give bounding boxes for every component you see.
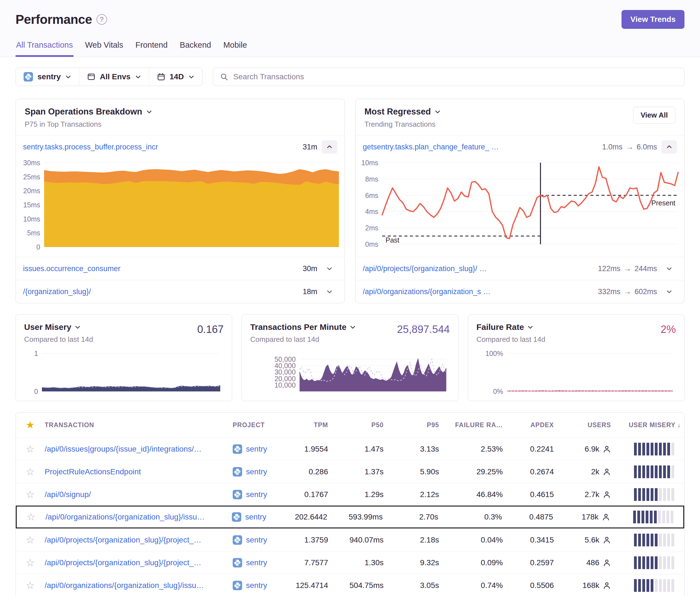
column-p95[interactable]: P95 (387, 421, 442, 429)
project-filter-button[interactable]: sentry (16, 68, 79, 86)
star-icon[interactable]: ☆ (26, 534, 35, 546)
failure-rate-value: 0.74% (442, 581, 506, 590)
search-input[interactable] (233, 72, 678, 81)
transaction-link[interactable]: ProjectRuleActionsEndpoint (45, 467, 141, 476)
table-row[interactable]: ☆ /api/0/organizations/{organization_slu… (16, 574, 684, 596)
users-count: 6.9k (584, 445, 599, 454)
column-transaction[interactable]: TRANSACTION (45, 421, 233, 429)
python-project-icon (233, 535, 242, 545)
span-op-item: /{organization_slug}/ 18m (16, 280, 345, 303)
chevron-up-icon (666, 144, 672, 150)
table-row[interactable]: ☆ ProjectRuleActionsEndpoint sentry 0.28… (16, 460, 684, 483)
span-op-link[interactable]: sentry.tasks.process_buffer.process_incr (23, 143, 298, 151)
expand-button[interactable] (661, 285, 677, 298)
project-link[interactable]: sentry (246, 490, 267, 499)
view-all-button[interactable]: View All (633, 107, 675, 124)
collapse-button[interactable] (322, 140, 337, 154)
svg-text:100%: 100% (485, 349, 503, 357)
tab-backend[interactable]: Backend (179, 41, 211, 57)
transaction-link[interactable]: /api/0/issues|groups/{issue_id}/integrat… (45, 445, 202, 454)
date-range-filter-button[interactable]: 14D (149, 68, 202, 86)
view-trends-button[interactable]: View Trends (622, 10, 684, 29)
failure-rate-value: 29.25% (442, 467, 506, 476)
column-failure-rate[interactable]: FAILURE RA… (442, 421, 506, 429)
column-tpm[interactable]: TPM (287, 421, 331, 429)
key-transactions-star-icon[interactable]: ★ (26, 419, 35, 431)
page-header: Performance ? View Trends All Transactio… (0, 0, 700, 57)
span-op-link[interactable]: /{organization_slug}/ (23, 287, 298, 296)
sort-desc-icon: ↓ (678, 421, 681, 429)
python-project-icon (233, 581, 242, 590)
svg-text:10ms: 10ms (23, 215, 40, 223)
table-row[interactable]: ☆ /api/0/issues|groups/{issue_id}/integr… (16, 437, 684, 460)
help-icon[interactable]: ? (97, 14, 107, 25)
project-link[interactable]: sentry (246, 467, 267, 476)
chevron-down-icon (666, 265, 672, 272)
python-project-icon (233, 558, 242, 567)
user-icon (603, 490, 611, 499)
expand-button[interactable] (322, 262, 337, 275)
project-link[interactable]: sentry (246, 558, 267, 567)
project-link[interactable]: sentry (246, 536, 267, 544)
column-user-misery[interactable]: USER MISERY ↓ (614, 421, 684, 429)
collapse-button[interactable] (661, 140, 677, 154)
tpm-value: 202.6442 (286, 513, 331, 521)
regressed-transaction-link[interactable]: /api/0/organizations/{organization_s … (363, 287, 594, 296)
chevron-down-icon (527, 324, 533, 330)
star-icon[interactable]: ☆ (26, 557, 35, 569)
tpm-value: 25,897.544 (397, 323, 450, 335)
column-apdex[interactable]: APDEX (506, 421, 557, 429)
expand-button[interactable] (661, 262, 677, 275)
user-misery-score-bars (634, 556, 674, 569)
transaction-link[interactable]: /api/0/organizations/{organization_slug}… (46, 513, 205, 521)
span-op-value: 18m (303, 287, 317, 296)
project-link[interactable]: sentry (246, 445, 267, 454)
star-icon[interactable]: ☆ (26, 443, 35, 455)
apdex-value: 0.2241 (506, 445, 557, 454)
project-link[interactable]: sentry (246, 581, 267, 590)
tab-all-transactions[interactable]: All Transactions (16, 41, 74, 57)
star-icon[interactable]: ☆ (26, 489, 35, 500)
project-link[interactable]: sentry (245, 513, 266, 521)
column-project[interactable]: PROJECT (233, 421, 287, 429)
table-row[interactable]: ☆ /api/0/signup/ sentry 0.1767 1.29s 2.1… (16, 483, 684, 506)
user-misery-score-bars (634, 488, 674, 501)
star-icon[interactable]: ☆ (27, 511, 35, 523)
span-op-link[interactable]: issues.occurrence_consumer (23, 264, 298, 273)
tpm-chart: 10,00020,00030,00040,00050,000 (250, 347, 450, 395)
tpm-title-dropdown[interactable]: Transactions Per Minute (250, 322, 397, 332)
failure-rate-title-dropdown[interactable]: Failure Rate (476, 322, 660, 332)
table-row[interactable]: ☆ /api/0/projects/{organization_slug}/{p… (16, 551, 684, 574)
failure-rate-value: 0.04% (442, 536, 506, 544)
user-misery-title-dropdown[interactable]: User Misery (24, 322, 197, 332)
transaction-link[interactable]: /api/0/projects/{organization_slug}/{pro… (45, 558, 201, 567)
python-project-icon (233, 467, 242, 476)
most-regressed-title-dropdown[interactable]: Most Regressed (365, 107, 633, 117)
python-project-icon (24, 72, 33, 81)
table-row[interactable]: ☆ /api/0/projects/{organization_slug}/{p… (16, 528, 684, 551)
regressed-transaction-link[interactable]: /api/0/projects/{organization_slug}/ … (363, 264, 594, 273)
star-icon[interactable]: ☆ (26, 466, 35, 477)
user-misery-score-bars (633, 511, 673, 523)
regressed-transaction-link[interactable]: getsentry.tasks.plan_change_feature_ … (363, 143, 598, 151)
transaction-link[interactable]: /api/0/organizations/{organization_slug}… (45, 581, 204, 590)
p50-value: 1.30s (331, 558, 387, 567)
search-icon (220, 73, 228, 81)
p50-value: 1.29s (331, 490, 387, 499)
environment-filter-button[interactable]: All Envs (79, 68, 149, 86)
svg-text:1: 1 (34, 349, 38, 357)
column-p50[interactable]: P50 (331, 421, 387, 429)
tab-mobile[interactable]: Mobile (223, 41, 247, 57)
apdex-value: 0.2597 (506, 558, 557, 567)
star-icon[interactable]: ☆ (26, 580, 35, 591)
span-ops-title-dropdown[interactable]: Span Operations Breakdown (25, 107, 335, 117)
tab-web-vitals[interactable]: Web Vitals (84, 41, 124, 57)
transaction-link[interactable]: /api/0/signup/ (45, 490, 91, 499)
p50-value: 593.99ms (331, 513, 386, 521)
transaction-link[interactable]: /api/0/projects/{organization_slug}/{pro… (45, 536, 201, 544)
p95-value: 3.05s (387, 581, 442, 590)
column-users[interactable]: USERS (557, 421, 614, 429)
tab-frontend[interactable]: Frontend (135, 41, 168, 57)
table-row[interactable]: ☆ /api/0/organizations/{organization_slu… (16, 506, 684, 528)
expand-button[interactable] (322, 285, 337, 298)
